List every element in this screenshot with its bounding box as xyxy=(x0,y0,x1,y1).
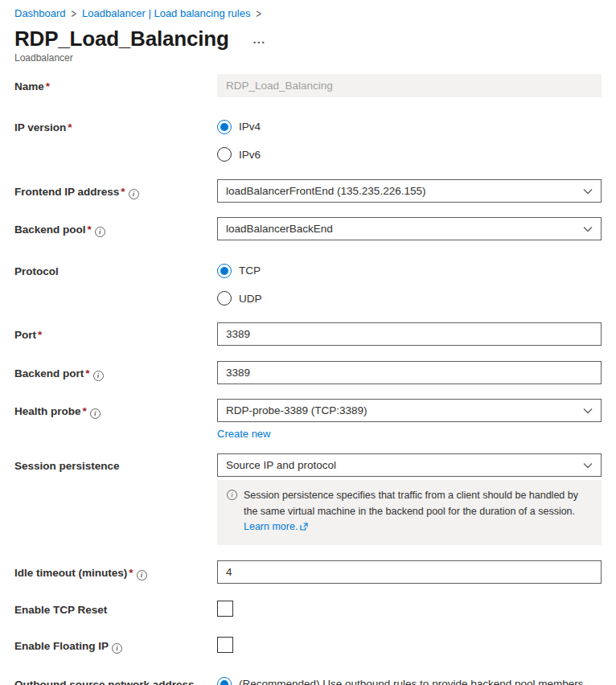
required-marker: * xyxy=(129,567,133,579)
page-title: RDP_Load_Balancing xyxy=(14,27,229,51)
load-balancing-rule-page: Dashboard > Loadbalancer | Load balancin… xyxy=(0,0,616,685)
protocol-udp-option[interactable]: UDP xyxy=(217,291,602,307)
session-persistence-selected-value: Source IP and protocol xyxy=(226,459,336,471)
protocol-tcp-option[interactable]: TCP xyxy=(217,263,602,279)
session-persistence-info-message: i Session persistence specifies that tra… xyxy=(217,480,602,545)
session-persistence-dropdown[interactable]: Source IP and protocol xyxy=(217,453,602,477)
snat-option-text: (Recommended) Use outbound rules to prov… xyxy=(239,678,583,685)
radio-selected-icon xyxy=(217,264,232,278)
health-probe-label: Health probe*i xyxy=(14,399,217,420)
backend-pool-dropdown[interactable]: loadBalancerBackEnd xyxy=(217,217,602,240)
ipv4-option-label: IPv4 xyxy=(239,119,261,135)
info-icon[interactable]: i xyxy=(129,189,139,199)
health-probe-selected-value: RDP-probe-3389 (TCP:3389) xyxy=(226,404,368,416)
ip-version-label: IP version* xyxy=(14,119,217,136)
info-icon[interactable]: i xyxy=(112,643,122,654)
udp-option-label: UDP xyxy=(239,291,262,307)
radio-selected-icon xyxy=(217,677,232,685)
session-persistence-info-text: Session persistence specifies that traff… xyxy=(244,490,578,516)
snat-label: Outbound source network address translat… xyxy=(14,676,217,685)
info-icon[interactable]: i xyxy=(93,371,104,381)
backend-pool-label: Backend pool*i xyxy=(14,217,217,238)
frontend-ip-selected-value: loadBalancerFrontEnd (135.235.226.155) xyxy=(226,185,425,197)
ipv6-option-label: IPv6 xyxy=(239,147,261,163)
required-marker: * xyxy=(83,405,87,417)
required-marker: * xyxy=(121,186,125,198)
required-marker: * xyxy=(68,121,72,133)
radio-unselected-icon xyxy=(217,291,232,306)
chevron-down-icon xyxy=(583,188,593,195)
chevron-down-icon xyxy=(583,226,593,232)
breadcrumb: Dashboard > Loadbalancer | Load balancin… xyxy=(14,0,602,19)
tcp-reset-label: Enable TCP Reset xyxy=(14,601,217,618)
ip-version-ipv4-option[interactable]: IPv4 xyxy=(217,119,602,135)
chevron-down-icon xyxy=(583,462,593,469)
required-marker: * xyxy=(88,224,92,236)
info-icon[interactable]: i xyxy=(95,227,105,237)
resource-type-subtitle: Loadbalancer xyxy=(14,52,602,64)
required-marker: * xyxy=(38,329,42,341)
breadcrumb-separator-icon: > xyxy=(256,7,261,19)
health-probe-dropdown[interactable]: RDP-probe-3389 (TCP:3389) xyxy=(217,399,602,422)
backend-port-input[interactable]: 3389 xyxy=(217,361,602,384)
more-menu-button[interactable]: ... xyxy=(252,30,268,48)
protocol-label: Protocol xyxy=(14,263,217,280)
frontend-ip-label: Frontend IP address*i xyxy=(14,179,217,200)
external-link-icon xyxy=(300,520,308,535)
breadcrumb-loadbalancer-rules[interactable]: Loadbalancer | Load balancing rules xyxy=(82,7,250,19)
rule-form: Name* RDP_Load_Balancing IP version* IPv… xyxy=(14,74,602,685)
tcp-reset-checkbox[interactable] xyxy=(217,601,233,617)
protocol-radio-group: TCP UDP xyxy=(217,263,602,306)
ip-version-ipv6-option[interactable]: IPv6 xyxy=(217,147,602,163)
idle-timeout-label: Idle timeout (minutes)*i xyxy=(14,560,217,581)
info-icon: i xyxy=(227,490,237,500)
name-label: Name* xyxy=(14,74,217,95)
learn-more-link[interactable]: Learn more. xyxy=(244,521,298,532)
snat-recommended-option[interactable]: (Recommended) Use outbound rules to prov… xyxy=(217,676,602,685)
create-new-link[interactable]: Create new xyxy=(217,428,270,440)
port-label: Port* xyxy=(14,322,217,343)
radio-unselected-icon xyxy=(217,147,232,162)
name-input: RDP_Load_Balancing xyxy=(217,74,602,97)
idle-timeout-input[interactable]: 4 xyxy=(217,560,602,584)
frontend-ip-dropdown[interactable]: loadBalancerFrontEnd (135.235.226.155) xyxy=(217,179,602,203)
backend-pool-selected-value: loadBalancerBackEnd xyxy=(226,223,333,235)
info-icon[interactable]: i xyxy=(137,570,147,580)
breadcrumb-dashboard[interactable]: Dashboard xyxy=(14,7,66,19)
port-input[interactable]: 3389 xyxy=(217,322,602,346)
breadcrumb-separator-icon: > xyxy=(72,7,76,19)
session-persistence-label: Session persistence xyxy=(14,453,217,474)
info-icon[interactable]: i xyxy=(90,408,101,419)
tcp-option-label: TCP xyxy=(239,263,261,279)
required-marker: * xyxy=(85,367,89,379)
backend-port-label: Backend port*i xyxy=(14,361,217,382)
floating-ip-label: Enable Floating IPi xyxy=(14,637,217,654)
ip-version-radio-group: IPv4 IPv6 xyxy=(217,119,602,162)
chevron-down-icon xyxy=(583,408,593,414)
floating-ip-checkbox[interactable] xyxy=(217,637,233,653)
radio-selected-icon xyxy=(217,120,232,134)
required-marker: * xyxy=(46,80,50,92)
